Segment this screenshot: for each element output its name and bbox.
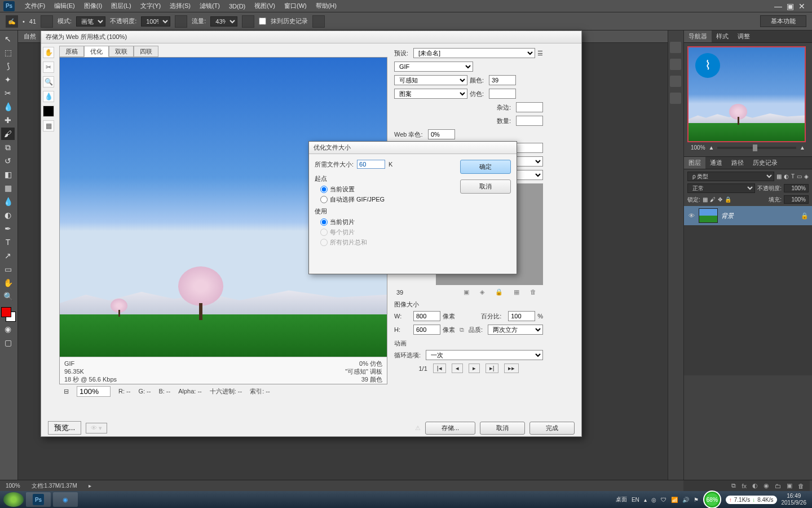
zoom-in-icon[interactable]: ▲ [800,144,805,151]
brush-tool-icon[interactable]: 🖌 [1,128,15,140]
eyedropper-tool-icon[interactable]: 💧 [1,100,15,113]
preview-button[interactable]: 预览... [48,421,81,435]
preset-menu-icon[interactable]: ☰ [537,50,543,57]
link-icon[interactable]: ⧉ [460,326,464,334]
tray-desktop-label[interactable]: 桌面 [616,496,627,503]
percent-badge[interactable]: 68% [703,491,721,508]
tab-paths[interactable]: 路径 [727,157,748,169]
visibility-icon[interactable]: 👁 [687,212,695,219]
lasso-tool-icon[interactable]: ⟆ [1,60,15,72]
lock-position-icon[interactable]: ✥ [718,196,722,203]
history-checkbox[interactable] [259,17,266,25]
navigator-thumbnail[interactable]: ⌇ [687,46,806,142]
reduction-select[interactable]: 可感知 [394,75,467,85]
tray-volume-icon[interactable]: 🔊 [682,497,689,503]
zoom-out-icon[interactable]: ▲ [709,144,714,151]
history-brush-icon[interactable]: ↺ [1,155,15,167]
mask-icon[interactable]: ◐ [752,482,758,489]
crop-tool-icon[interactable]: ✂ [1,87,15,99]
adjustment-icon[interactable]: ◉ [764,482,769,489]
dither-type-select[interactable]: 图案 [394,89,467,99]
save-button[interactable]: 存储... [425,422,475,435]
filter-shape-icon[interactable]: ▭ [797,173,802,179]
menu-layer[interactable]: 图层(L) [107,0,135,12]
airbrush-icon[interactable] [242,15,254,28]
radio-auto-select[interactable]: 自动选择 GIF/JPEG [320,195,453,204]
gradient-tool-icon[interactable]: ▦ [1,182,15,194]
taskbar-app-ps[interactable]: Ps [26,492,51,507]
color-table-icons[interactable]: ▣ ◈ 🔒 ▦ 🗑 [464,288,541,296]
mode-select[interactable]: 画笔 [76,16,105,27]
mini-panel-icon[interactable] [670,42,681,53]
flow-select[interactable]: 43% [210,16,237,27]
menu-view[interactable]: 视图(V) [250,0,280,12]
last-frame-icon[interactable]: ▸▸ [504,364,519,373]
path-tool-icon[interactable]: ↗ [1,249,15,262]
cancel-button[interactable]: 取消 [460,179,511,194]
brush-tool-icon[interactable]: ✍ [6,15,18,28]
tab-channels[interactable]: 通道 [705,157,727,169]
prev-frame-icon[interactable]: ◂ [452,364,463,373]
tab-2up[interactable]: 双联 [109,46,134,57]
zoom-tool-icon[interactable]: 🔍 [1,290,15,303]
filesize-input[interactable] [357,160,385,169]
websnap-input[interactable] [428,129,455,139]
net-speed-badge[interactable]: ↑7.1K/s ↓8.4K/s [726,496,777,504]
new-layer-icon[interactable]: ▣ [787,482,792,489]
lock-all-icon[interactable]: 🔒 [725,196,731,203]
layer-thumbnail[interactable] [699,208,718,223]
menu-filter[interactable]: 滤镜(T) [195,0,224,12]
start-button[interactable] [3,492,24,507]
tab-history[interactable]: 历史记录 [748,157,782,169]
heal-tool-icon[interactable]: ✚ [1,114,15,126]
zoom-select[interactable] [77,386,111,397]
width-input[interactable] [413,311,440,321]
matte-input[interactable] [516,102,543,112]
tray-icon[interactable]: ◎ [651,497,656,503]
shape-tool-icon[interactable]: ▭ [1,263,15,275]
layer-name[interactable]: 背景 [721,212,734,220]
menu-select[interactable]: 选择(S) [165,0,195,12]
filter-smart-icon[interactable]: ◈ [804,173,809,179]
pen-tool-icon[interactable]: ✒ [1,222,15,235]
group-icon[interactable]: 🗀 [775,483,781,489]
slice-tool-icon[interactable]: ✂ [43,62,54,73]
tab-styles[interactable]: 样式 [712,30,733,42]
close-icon[interactable]: ✕ [798,2,805,11]
hand-tool-icon[interactable]: ✋ [43,47,54,58]
tray-icon[interactable]: 🛡 [661,497,667,503]
tab-original[interactable]: 原稿 [59,46,84,57]
tray-network-icon[interactable]: 📶 [671,497,678,503]
status-zoom[interactable]: 100% [6,483,20,489]
filter-adjust-icon[interactable]: ◐ [784,173,789,179]
slice-visibility-icon[interactable]: ▦ [43,120,54,132]
mini-panel-icon[interactable] [670,76,681,87]
layer-row-background[interactable]: 👁 背景 🔒 [684,206,812,225]
tray-icon[interactable]: ▴ [644,497,647,503]
tray-clock[interactable]: 16:49 2015/9/26 [782,493,809,506]
height-input[interactable] [413,325,440,335]
zoom-slider[interactable] [717,147,796,149]
mini-panel-icon[interactable] [670,59,681,70]
taskbar-app-browser[interactable]: ◉ [53,492,78,507]
type-tool-icon[interactable]: T [1,236,15,248]
tab-layers[interactable]: 图层 [684,157,705,169]
blend-mode-select[interactable]: 正常 [687,183,755,193]
fx-icon[interactable]: fx [742,483,747,489]
tab-4up[interactable]: 四联 [134,46,158,57]
brush-size-value[interactable]: 41 [29,18,36,25]
workspace-select[interactable]: 基本功能 [760,15,806,27]
cancel-button[interactable]: 取消 [480,422,525,435]
lock-icon[interactable]: 🔒 [801,212,809,220]
dodge-tool-icon[interactable]: ◐ [1,209,15,221]
percent-input[interactable] [508,311,535,321]
menu-file[interactable]: 文件(F) [20,0,50,12]
link-layers-icon[interactable]: ⧉ [731,482,736,489]
opacity-select[interactable]: 100% [141,16,170,27]
dialog-title-bar[interactable]: 优化文件大小 [309,142,517,154]
done-button[interactable]: 完成 [529,422,575,435]
radio-current-settings[interactable]: 当前设置 [320,185,453,194]
menu-3d[interactable]: 3D(D) [224,1,250,11]
wand-tool-icon[interactable]: ✦ [1,73,15,86]
color-swatches[interactable] [1,307,16,322]
